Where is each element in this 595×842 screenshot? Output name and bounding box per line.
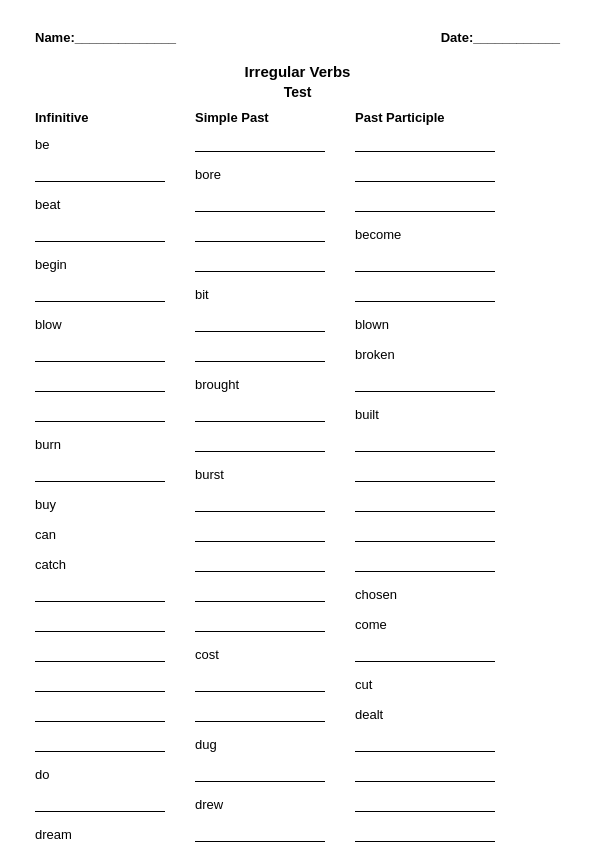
cell-simple-past — [195, 194, 355, 213]
cell-simple-past — [195, 554, 355, 573]
cell-infinitive — [35, 344, 195, 363]
past-participle-word: broken — [355, 347, 395, 362]
cell-past-participle: blown — [355, 317, 535, 333]
cell-past-participle — [355, 194, 535, 213]
cell-infinitive — [35, 584, 195, 603]
cell-simple-past: bore — [195, 167, 355, 183]
past-participle-word: dealt — [355, 707, 383, 722]
table-row: built — [35, 401, 560, 423]
table-row: begin — [35, 251, 560, 273]
cell-simple-past: drew — [195, 797, 355, 813]
cell-infinitive: be — [35, 137, 195, 153]
cell-infinitive: blow — [35, 317, 195, 333]
table-row: bore — [35, 161, 560, 183]
table-row: broken — [35, 341, 560, 363]
cell-infinitive: can — [35, 527, 195, 543]
simple-past-word: dug — [195, 737, 217, 752]
table-row: drew — [35, 791, 560, 813]
infinitive-word: be — [35, 137, 49, 152]
cell-simple-past — [195, 134, 355, 153]
cell-infinitive — [35, 164, 195, 183]
table-row: cut — [35, 671, 560, 693]
past-participle-word: come — [355, 617, 387, 632]
name-label: Name:______________ — [35, 30, 176, 45]
cell-past-participle — [355, 644, 535, 663]
table-row: burn — [35, 431, 560, 453]
infinitive-word: can — [35, 527, 56, 542]
table-row: chosen — [35, 581, 560, 603]
header-simple-past: Simple Past — [195, 110, 355, 125]
cell-simple-past: brought — [195, 377, 355, 393]
cell-past-participle — [355, 824, 535, 842]
date-label: Date:____________ — [441, 30, 560, 45]
table-row: dream — [35, 821, 560, 842]
cell-past-participle — [355, 734, 535, 753]
infinitive-word: blow — [35, 317, 62, 332]
cell-infinitive — [35, 404, 195, 423]
title-section: Irregular Verbs Test — [35, 63, 560, 100]
table-row: cost — [35, 641, 560, 663]
cell-simple-past — [195, 344, 355, 363]
infinitive-word: begin — [35, 257, 67, 272]
simple-past-word: bore — [195, 167, 221, 182]
cell-infinitive — [35, 284, 195, 303]
cell-past-participle: become — [355, 227, 535, 243]
cell-past-participle: come — [355, 617, 535, 633]
cell-infinitive — [35, 704, 195, 723]
cell-past-participle — [355, 794, 535, 813]
table-row: become — [35, 221, 560, 243]
cell-past-participle — [355, 434, 535, 453]
cell-simple-past: dug — [195, 737, 355, 753]
cell-past-participle — [355, 524, 535, 543]
infinitive-word: beat — [35, 197, 60, 212]
infinitive-word: burn — [35, 437, 61, 452]
cell-simple-past — [195, 674, 355, 693]
cell-past-participle — [355, 284, 535, 303]
cell-infinitive — [35, 374, 195, 393]
cell-infinitive: catch — [35, 557, 195, 573]
cell-simple-past — [195, 584, 355, 603]
table-row: do — [35, 761, 560, 783]
cell-simple-past — [195, 764, 355, 783]
simple-past-word: cost — [195, 647, 219, 662]
table-row: bit — [35, 281, 560, 303]
sub-title: Test — [35, 84, 560, 100]
table-row: brought — [35, 371, 560, 393]
cell-simple-past — [195, 494, 355, 513]
cell-past-participle: built — [355, 407, 535, 423]
cell-simple-past — [195, 254, 355, 273]
infinitive-word: buy — [35, 497, 56, 512]
cell-past-participle: cut — [355, 677, 535, 693]
infinitive-word: catch — [35, 557, 66, 572]
cell-past-participle — [355, 374, 535, 393]
table-row: buy — [35, 491, 560, 513]
cell-infinitive — [35, 614, 195, 633]
cell-simple-past — [195, 524, 355, 543]
table-row: dealt — [35, 701, 560, 723]
table-row: beat — [35, 191, 560, 213]
table-row: catch — [35, 551, 560, 573]
cell-simple-past — [195, 314, 355, 333]
cell-simple-past — [195, 824, 355, 842]
past-participle-word: become — [355, 227, 401, 242]
past-participle-word: blown — [355, 317, 389, 332]
simple-past-word: drew — [195, 797, 223, 812]
cell-infinitive: buy — [35, 497, 195, 513]
cell-infinitive — [35, 794, 195, 813]
cell-infinitive — [35, 674, 195, 693]
header: Name:______________ Date:____________ — [35, 30, 560, 45]
simple-past-word: brought — [195, 377, 239, 392]
cell-past-participle — [355, 554, 535, 573]
infinitive-word: dream — [35, 827, 72, 842]
cell-simple-past: bit — [195, 287, 355, 303]
column-headers: Infinitive Simple Past Past Participle — [35, 110, 560, 129]
past-participle-word: chosen — [355, 587, 397, 602]
cell-simple-past: burst — [195, 467, 355, 483]
infinitive-word: do — [35, 767, 49, 782]
table-row: can — [35, 521, 560, 543]
table-row: burst — [35, 461, 560, 483]
cell-past-participle — [355, 464, 535, 483]
table-row: dug — [35, 731, 560, 753]
past-participle-word: cut — [355, 677, 372, 692]
cell-past-participle — [355, 254, 535, 273]
